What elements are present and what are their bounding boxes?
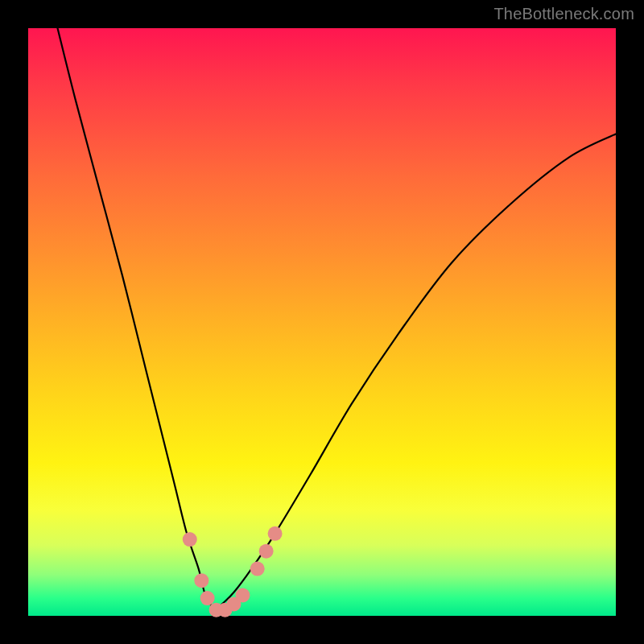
- data-marker: [200, 591, 215, 605]
- data-marker: [183, 532, 197, 547]
- data-marker: [268, 526, 283, 541]
- bottleneck-curve-path: [58, 28, 617, 610]
- marker-group: [183, 526, 283, 617]
- data-marker: [194, 573, 208, 588]
- chart-frame: TheBottleneck.com: [0, 0, 644, 644]
- data-marker: [250, 562, 265, 576]
- data-marker: [235, 588, 250, 602]
- watermark-text: TheBottleneck.com: [493, 5, 634, 23]
- plot-area: [28, 28, 616, 616]
- chart-svg: [28, 28, 616, 616]
- data-marker: [259, 544, 274, 559]
